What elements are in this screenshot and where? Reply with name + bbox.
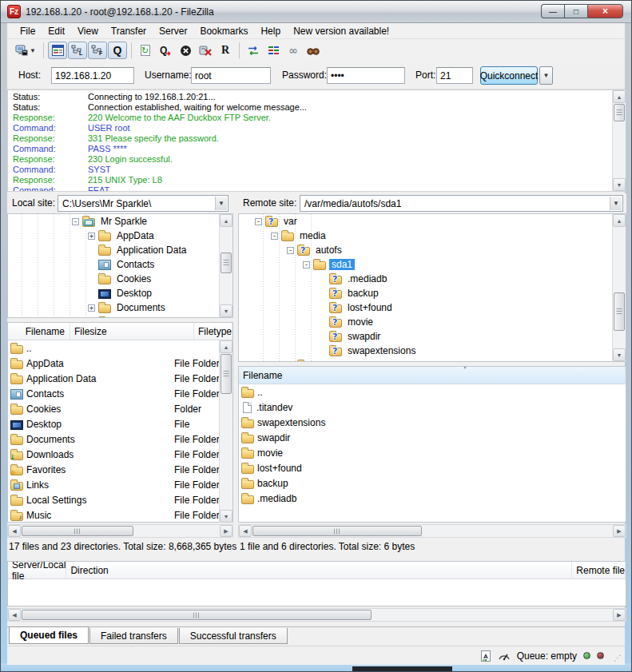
scrollbar-thumb[interactable] — [221, 252, 232, 273]
quickconnect-button[interactable]: Quickconnect — [480, 66, 538, 85]
file-row[interactable]: Contacts File Folder — [8, 386, 233, 401]
file-row[interactable]: Favorites File Folder — [8, 462, 233, 477]
username-input[interactable] — [191, 67, 271, 84]
process-queue-button[interactable]: Q — [156, 42, 175, 59]
file-row[interactable]: backup — [239, 475, 626, 491]
combo-dropdown-icon[interactable]: ▼ — [215, 197, 227, 210]
file-row[interactable]: .. — [239, 384, 626, 400]
file-row[interactable]: AppData File Folder — [8, 356, 233, 371]
port-input[interactable] — [436, 67, 473, 84]
tree-expander[interactable] — [271, 233, 278, 240]
local-tree-scrollbar[interactable]: ▲ ▼ — [219, 214, 233, 317]
local-list-scrollbar[interactable]: ▲ ▼ — [219, 340, 233, 523]
scrollbar-thumb[interactable] — [221, 354, 232, 394]
tree-item[interactable]: Desktop — [8, 286, 233, 300]
file-row[interactable]: Downloads File Folder — [8, 447, 233, 462]
password-input[interactable] — [327, 67, 405, 84]
toggle-message-log-button[interactable] — [48, 42, 67, 59]
column-header[interactable]: Server/Local file — [8, 562, 66, 579]
queue-tab[interactable]: Failed transfers — [89, 628, 178, 644]
tree-item[interactable]: Application Data — [8, 243, 233, 257]
file-row[interactable]: Documents File Folder — [8, 431, 233, 447]
file-row[interactable]: Desktop File — [8, 416, 233, 431]
menu-item[interactable]: Help — [254, 24, 287, 38]
tree-item[interactable]: swapextensions — [239, 344, 626, 358]
tree-item[interactable]: dvd — [239, 358, 626, 362]
tree-item[interactable]: .mediadb — [239, 272, 626, 286]
tree-expander[interactable] — [88, 304, 95, 312]
scrollbar-thumb[interactable] — [614, 104, 625, 121]
message-log-scrollbar[interactable]: ▲ ▼ — [612, 90, 626, 191]
file-row[interactable]: Links File Folder — [8, 477, 233, 492]
quickconnect-dropdown-button[interactable]: ▼ — [539, 66, 553, 85]
remote-list-hscrollbar[interactable]: ◀ ▶ — [238, 524, 626, 538]
local-site-combo[interactable]: C:\Users\Mr Sparkle\ ▼ — [58, 195, 229, 212]
column-header[interactable]: Filename — [239, 367, 626, 384]
file-row[interactable]: swapextensions — [239, 415, 626, 430]
maximize-button[interactable]: □ — [564, 4, 587, 18]
title-bar[interactable]: Fz 192.168.1.20 - root@192.168.1.20 - Fi… — [1, 1, 631, 23]
menu-item[interactable]: View — [71, 24, 105, 38]
menu-item[interactable]: Transfer — [105, 24, 153, 38]
tree-item[interactable]: lost+found — [239, 300, 626, 315]
queue-tab[interactable]: Queued files — [9, 626, 89, 644]
cancel-button[interactable] — [176, 42, 195, 59]
directory-comparison-button[interactable] — [244, 42, 263, 59]
tree-item[interactable]: Cookies — [8, 272, 233, 286]
tree-item[interactable]: media — [239, 229, 626, 243]
file-row[interactable]: .. — [8, 340, 233, 356]
close-button[interactable]: × — [587, 4, 623, 18]
tree-expander[interactable] — [303, 261, 310, 268]
toggle-local-tree-button[interactable]: L — [68, 42, 87, 59]
scrollbar-thumb[interactable] — [614, 292, 625, 331]
file-row[interactable]: .mediadb — [239, 491, 626, 506]
menu-item[interactable]: File — [14, 24, 42, 38]
column-header[interactable]: Direction — [66, 562, 572, 579]
tree-item[interactable]: Contacts — [8, 257, 233, 272]
file-row[interactable]: Local Settings File Folder — [8, 492, 233, 507]
combo-dropdown-icon[interactable]: ▼ — [610, 197, 622, 210]
scrollbar-thumb[interactable] — [22, 526, 133, 536]
tree-item[interactable]: Mr Sparkle — [8, 214, 233, 229]
tree-item[interactable]: backup — [239, 286, 626, 300]
file-row[interactable]: lost+found — [239, 460, 626, 475]
reconnect-button[interactable]: R — [216, 42, 235, 59]
menu-item[interactable]: New version available! — [287, 24, 395, 38]
toggle-queue-button[interactable]: Q — [108, 42, 127, 59]
tree-item[interactable]: sda1 — [239, 257, 626, 272]
synchronized-browsing-button[interactable] — [264, 42, 283, 59]
disconnect-button[interactable] — [196, 42, 215, 59]
site-manager-button[interactable]: ▼ — [12, 42, 39, 59]
file-row[interactable]: swapdir — [239, 430, 626, 445]
queue-hscrollbar[interactable]: ◀ ▶ — [7, 608, 626, 622]
filter-button[interactable]: ∞ — [284, 42, 303, 59]
find-files-button[interactable] — [304, 42, 323, 59]
menu-item[interactable]: Edit — [42, 24, 71, 38]
tree-expander[interactable] — [88, 233, 95, 240]
column-header[interactable]: Filetype — [194, 323, 233, 340]
tree-expander[interactable] — [72, 218, 79, 225]
tree-item[interactable]: autofs — [239, 243, 626, 257]
tree-item[interactable]: Downloads — [8, 315, 233, 318]
column-header[interactable]: Filename — [8, 323, 70, 340]
minimize-button[interactable]: — — [541, 4, 564, 18]
tree-expander[interactable] — [255, 218, 262, 225]
file-row[interactable]: Music File Folder — [8, 507, 233, 523]
file-row[interactable]: movie — [239, 445, 626, 460]
scrollbar-thumb[interactable] — [22, 610, 372, 620]
menu-item[interactable]: Server — [153, 24, 193, 38]
tree-item[interactable]: movie — [239, 315, 626, 329]
menu-item[interactable]: Bookmarks — [193, 24, 254, 38]
speed-limits-icon[interactable] — [498, 650, 511, 661]
refresh-button[interactable]: ↻ — [136, 42, 155, 59]
file-row[interactable]: Application Data File Folder — [8, 371, 233, 386]
local-list-hscrollbar[interactable]: ◀ ▶ — [7, 524, 233, 538]
tree-item[interactable]: Documents — [8, 300, 233, 315]
toggle-remote-tree-button[interactable]: F — [88, 42, 107, 59]
scrollbar-thumb[interactable] — [252, 526, 422, 536]
tree-item[interactable]: AppData — [8, 229, 233, 243]
tree-item[interactable]: var — [239, 214, 626, 229]
file-row[interactable]: .titandev — [239, 400, 626, 415]
remote-tree-scrollbar[interactable]: ▲ ▼ — [612, 214, 626, 361]
transfer-type-icon[interactable]: A — [480, 650, 491, 662]
